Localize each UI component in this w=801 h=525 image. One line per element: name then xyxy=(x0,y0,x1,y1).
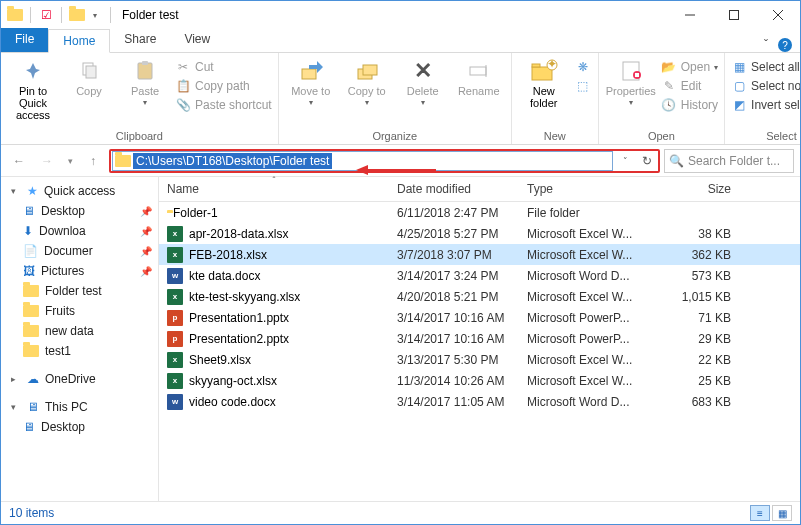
pin-to-quick-access-button[interactable]: Pin to Quick access xyxy=(7,55,59,121)
sidebar-item[interactable]: test1 xyxy=(1,341,158,361)
tab-home[interactable]: Home xyxy=(48,29,110,53)
folder-icon: 🖼 xyxy=(23,264,35,278)
file-row[interactable]: Presentation2.pptx3/14/2017 10:16 AMMicr… xyxy=(159,328,800,349)
sidebar: ▾★Quick access 🖥Desktop📌⬇Downloa📌📄Docume… xyxy=(1,177,159,501)
copy-to-icon xyxy=(355,59,379,83)
sidebar-item[interactable]: 📄Documer📌 xyxy=(1,241,158,261)
file-type: Microsoft Excel W... xyxy=(519,248,659,262)
file-icon xyxy=(167,225,183,242)
sidebar-item[interactable]: 🖥Desktop📌 xyxy=(1,201,158,221)
address-dropdown[interactable]: ˅ xyxy=(614,150,636,172)
file-row[interactable]: kte-test-skyyang.xlsx4/20/2018 5:21 PMMi… xyxy=(159,286,800,307)
file-name: Presentation2.pptx xyxy=(189,332,289,346)
refresh-button[interactable]: ↻ xyxy=(636,150,658,172)
ribbon-tabs: File Home Share View ˇ ? xyxy=(1,29,800,53)
file-row[interactable]: Folder-16/11/2018 2:47 PMFile folder xyxy=(159,202,800,223)
sidebar-this-pc[interactable]: ▾🖥This PC xyxy=(1,397,158,417)
file-icon xyxy=(167,309,183,326)
select-all-button[interactable]: ▦Select all xyxy=(731,59,801,75)
svg-rect-14 xyxy=(532,64,540,67)
sidebar-item[interactable]: Folder test xyxy=(1,281,158,301)
sidebar-item-desktop[interactable]: 🖥Desktop xyxy=(1,417,158,437)
back-button[interactable]: ← xyxy=(7,149,31,173)
file-date: 4/20/2018 5:21 PM xyxy=(389,290,519,304)
file-row[interactable]: FEB-2018.xlsx3/7/2018 3:07 PMMicrosoft E… xyxy=(159,244,800,265)
column-name[interactable]: ˆName xyxy=(159,177,389,201)
address-bar[interactable]: C:\Users\DT168\Desktop\Folder test xyxy=(112,151,613,171)
sidebar-item[interactable]: ⬇Downloa📌 xyxy=(1,221,158,241)
file-type: Microsoft Word D... xyxy=(519,395,659,409)
qa-dropdown-icon[interactable]: ▾ xyxy=(87,7,103,23)
group-label-clipboard: Clipboard xyxy=(7,130,272,144)
copy-path-icon: 📋 xyxy=(175,78,191,94)
sidebar-item[interactable]: new data xyxy=(1,321,158,341)
sidebar-item[interactable]: Fruits xyxy=(1,301,158,321)
select-none-button[interactable]: ▢Select none xyxy=(731,78,801,94)
properties-shortcut-icon[interactable]: ☑ xyxy=(38,7,54,23)
ribbon-collapse-icon[interactable]: ˇ xyxy=(764,38,768,52)
maximize-button[interactable] xyxy=(712,1,756,29)
forward-button[interactable]: → xyxy=(35,149,59,173)
folder-icon xyxy=(69,7,85,23)
folder-icon: ⬇ xyxy=(23,224,33,238)
properties-button[interactable]: Properties▾ xyxy=(605,55,657,108)
copy-to-button[interactable]: Copy to▾ xyxy=(341,55,393,108)
file-date: 11/3/2014 10:26 AM xyxy=(389,374,519,388)
copy-path-button[interactable]: 📋Copy path xyxy=(175,78,272,94)
file-size: 362 KB xyxy=(659,248,739,262)
separator xyxy=(30,7,31,23)
file-size: 29 KB xyxy=(659,332,739,346)
file-icon xyxy=(167,330,183,347)
item-count: 10 items xyxy=(9,506,54,520)
new-folder-button[interactable]: ✦ New folder xyxy=(518,55,570,109)
edit-button[interactable]: ✎Edit xyxy=(661,78,718,94)
open-button[interactable]: 📂Open ▾ xyxy=(661,59,718,75)
minimize-button[interactable] xyxy=(668,1,712,29)
file-row[interactable]: Sheet9.xlsx3/13/2017 5:30 PMMicrosoft Ex… xyxy=(159,349,800,370)
file-row[interactable]: Presentation1.pptx3/14/2017 10:16 AMMicr… xyxy=(159,307,800,328)
cut-button[interactable]: ✂Cut xyxy=(175,59,272,75)
view-icons-button[interactable]: ▦ xyxy=(772,505,792,521)
paste-button[interactable]: Paste ▾ xyxy=(119,55,171,108)
titlebar: ☑ ▾ Folder test xyxy=(1,1,800,29)
recent-dropdown[interactable]: ▾ xyxy=(63,149,77,173)
column-type[interactable]: Type xyxy=(519,177,659,201)
tab-view[interactable]: View xyxy=(170,28,224,52)
tab-file[interactable]: File xyxy=(1,28,48,52)
invert-selection-button[interactable]: ◩Invert selection xyxy=(731,97,801,113)
sidebar-onedrive[interactable]: ▸☁OneDrive xyxy=(1,369,158,389)
search-input[interactable]: 🔍 Search Folder t... xyxy=(664,149,794,173)
history-button[interactable]: 🕓History xyxy=(661,97,718,113)
sidebar-quick-access[interactable]: ▾★Quick access xyxy=(1,181,158,201)
help-icon[interactable]: ? xyxy=(778,38,792,52)
folder-icon xyxy=(23,285,39,297)
delete-button[interactable]: ✕ Delete▾ xyxy=(397,55,449,108)
file-row[interactable]: skyyang-oct.xlsx11/3/2014 10:26 AMMicros… xyxy=(159,370,800,391)
column-date[interactable]: Date modified xyxy=(389,177,519,201)
file-name: Presentation1.pptx xyxy=(189,311,289,325)
copy-button[interactable]: Copy xyxy=(63,55,115,97)
file-icon xyxy=(167,351,183,368)
svg-rect-19 xyxy=(635,73,639,77)
file-row[interactable]: apr-2018-data.xlsx4/25/2018 5:27 PMMicro… xyxy=(159,223,800,244)
svg-rect-8 xyxy=(302,69,316,79)
easy-access-icon[interactable]: ⬚ xyxy=(575,78,591,94)
column-size[interactable]: Size xyxy=(659,177,739,201)
file-row[interactable]: video code.docx3/14/2017 11:05 AMMicroso… xyxy=(159,391,800,412)
rename-button[interactable]: Rename xyxy=(453,55,505,97)
close-button[interactable] xyxy=(756,1,800,29)
new-item-icon[interactable]: ❋ xyxy=(575,59,591,75)
move-to-button[interactable]: Move to▾ xyxy=(285,55,337,108)
svg-rect-7 xyxy=(142,61,148,65)
sidebar-item[interactable]: 🖼Pictures📌 xyxy=(1,261,158,281)
svg-rect-5 xyxy=(86,66,96,78)
view-details-button[interactable]: ≡ xyxy=(750,505,770,521)
tab-share[interactable]: Share xyxy=(110,28,170,52)
paste-shortcut-button[interactable]: 📎Paste shortcut xyxy=(175,97,272,113)
file-type: Microsoft PowerP... xyxy=(519,311,659,325)
address-path[interactable]: C:\Users\DT168\Desktop\Folder test xyxy=(133,153,332,169)
file-size: 38 KB xyxy=(659,227,739,241)
up-button[interactable]: ↑ xyxy=(81,149,105,173)
file-row[interactable]: kte data.docx3/14/2017 3:24 PMMicrosoft … xyxy=(159,265,800,286)
file-list: ˆName Date modified Type Size Folder-16/… xyxy=(159,177,800,501)
